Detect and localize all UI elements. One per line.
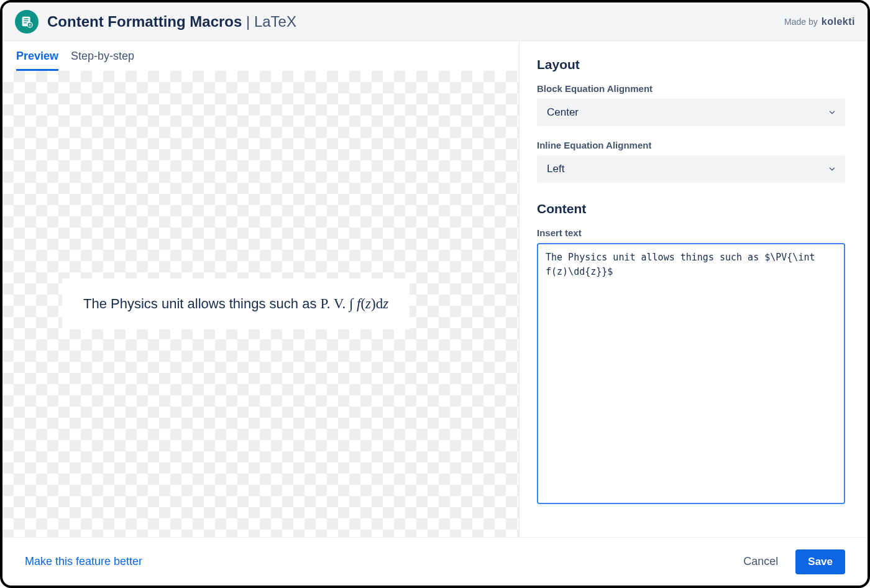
settings-panel: Layout Block Equation Alignment Center I… [520,41,868,537]
title-separator: | [242,13,254,30]
chevron-down-icon [828,108,836,117]
rendered-output: The Physics unit allows things such as P… [62,278,410,329]
inline-alignment-select[interactable]: Left [537,155,845,183]
inline-alignment-value: Left [547,163,564,175]
tab-step-by-step[interactable]: Step-by-step [71,50,134,71]
block-alignment-select[interactable]: Center [537,99,845,126]
chevron-down-icon [828,165,836,173]
content-heading: Content [537,201,845,216]
inline-alignment-label: Inline Equation Alignment [537,140,845,150]
svg-point-5 [29,24,31,25]
preview-pane: Preview Step-by-step The Physics unit al… [2,41,520,537]
block-alignment-label: Block Equation Alignment [537,83,845,94]
tabs: Preview Step-by-step [2,41,519,71]
preview-canvas: The Physics unit allows things such as P… [2,71,519,537]
latex-textarea[interactable] [537,243,845,504]
feedback-link[interactable]: Make this feature better [25,555,142,568]
block-alignment-value: Center [547,106,579,119]
made-by: Made by kolekti [784,16,855,27]
svg-rect-2 [24,20,28,21]
svg-rect-3 [24,22,27,22]
layout-heading: Layout [537,57,845,72]
app-icon [15,10,39,34]
preview-text-prefix: The Physics unit allows things such as [83,296,321,311]
title-main: Content Formatting Macros [47,13,242,30]
svg-rect-1 [24,18,28,19]
dialog-footer: Make this feature better Cancel Save [2,537,868,586]
insert-text-label: Insert text [537,227,845,238]
cancel-button[interactable]: Cancel [743,555,778,568]
brand-name: kolekti [822,16,855,27]
dialog-header: Content Formatting Macros | LaTeX Made b… [2,2,868,41]
dialog-title: Content Formatting Macros | LaTeX [47,13,296,30]
save-button[interactable]: Save [795,549,845,574]
preview-math: P. V. ∫ f(z)dz [321,296,389,311]
tab-preview[interactable]: Preview [16,50,58,71]
made-by-label: Made by [784,17,818,27]
title-sub: LaTeX [254,13,296,30]
